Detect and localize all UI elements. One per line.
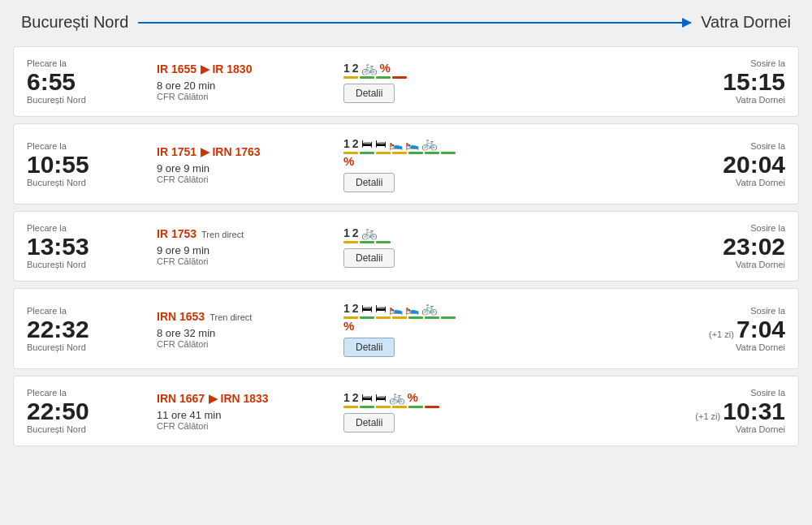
arrival-info: 20:04 bbox=[680, 151, 785, 178]
departure-col: Plecare la 6:55 București Nord bbox=[27, 58, 157, 105]
train-numbers: IR 1751 ▶ IRN 1763 bbox=[157, 144, 335, 159]
departure-time: 10:55 bbox=[27, 151, 157, 178]
train-card-5: Plecare la 22:50 București Nord IRN 1667… bbox=[13, 376, 799, 446]
train-arrow: ▶ bbox=[201, 62, 213, 75]
percent-icon: % bbox=[380, 61, 391, 75]
arrival-col: Sosire la 23:02 Vatra Dornei bbox=[680, 223, 785, 269]
icons-col: 12🚲% Detalii bbox=[335, 60, 680, 103]
train-number-first: IR 1751 bbox=[157, 145, 197, 158]
percent-icon: % bbox=[343, 319, 354, 333]
route-header: București Nord Vatra Dornei bbox=[13, 13, 799, 32]
departure-station: București Nord bbox=[27, 424, 157, 434]
arrival-label: Sosire la bbox=[680, 141, 785, 151]
arrival-time: 23:02 bbox=[723, 233, 785, 260]
arrival-col: Sosire la 15:15 Vatra Dornei bbox=[680, 58, 785, 105]
arrival-station: Vatra Dornei bbox=[680, 342, 785, 352]
class-2-badge: 2 bbox=[352, 226, 359, 239]
icons-underline bbox=[343, 152, 456, 154]
train-card-1: Plecare la 6:55 București Nord IR 1655 ▶… bbox=[13, 46, 799, 117]
departure-label: Plecare la bbox=[27, 141, 157, 151]
class-1-badge: 1 bbox=[343, 226, 350, 239]
arrival-label: Sosire la bbox=[680, 388, 785, 398]
icons-col: 12🚲 Detalii bbox=[335, 225, 680, 268]
train-info-col: IR 1753Tren direct 9 ore 9 min CFR Călăt… bbox=[157, 226, 335, 266]
couchette-icon: 🛏 bbox=[361, 137, 373, 150]
arrival-station: Vatra Dornei bbox=[680, 260, 785, 269]
couchette-icon: 🛏 bbox=[361, 391, 373, 404]
arrival-col: Sosire la 20:04 Vatra Dornei bbox=[680, 141, 785, 187]
couchette2-icon: 🛏 bbox=[375, 391, 387, 404]
train-number: IR 1753 bbox=[157, 227, 197, 240]
direct-label: Tren direct bbox=[201, 230, 244, 239]
couchette2-icon: 🛏 bbox=[375, 302, 387, 315]
arrival-info: (+1 zi) 10:31 bbox=[680, 398, 785, 424]
class-1-badge: 1 bbox=[343, 391, 350, 404]
duration: 9 ore 9 min bbox=[157, 162, 335, 174]
departure-col: Plecare la 13:53 București Nord bbox=[27, 223, 157, 269]
class-1-badge: 1 bbox=[343, 62, 350, 75]
couchette-icon: 🛏 bbox=[361, 302, 373, 315]
arrival-station: Vatra Dornei bbox=[680, 424, 785, 434]
operator: CFR Călători bbox=[157, 421, 335, 431]
train-numbers: IRN 1653Tren direct bbox=[157, 309, 335, 324]
train-arrow: ▶ bbox=[201, 145, 213, 158]
operator: CFR Călători bbox=[157, 174, 335, 184]
detalii-button[interactable]: Detalii bbox=[343, 84, 395, 103]
departure-time: 22:32 bbox=[27, 316, 157, 342]
icons-col: 12🛏🛏🛌🛌🚲% Detalii bbox=[335, 300, 680, 357]
departure-label: Plecare la bbox=[27, 388, 157, 398]
departure-time: 13:53 bbox=[27, 233, 157, 260]
train-number-first: IR 1655 bbox=[157, 62, 197, 75]
train-numbers: IR 1655 ▶ IR 1830 bbox=[157, 62, 335, 76]
arrival-time: 10:31 bbox=[723, 398, 785, 424]
departure-station: București Nord bbox=[27, 342, 157, 352]
departure-time: 6:55 bbox=[27, 68, 157, 95]
train-info-col: IRN 1653Tren direct 8 ore 32 min CFR Căl… bbox=[157, 309, 335, 349]
train-number-first: IRN 1667 bbox=[157, 392, 205, 405]
icons-col: 12🛏🛏🛌🛌🚲% Detalii bbox=[335, 136, 680, 192]
bike-icon: 🚲 bbox=[361, 60, 378, 75]
icons-underline bbox=[343, 316, 456, 319]
duration: 8 ore 20 min bbox=[157, 80, 335, 92]
icons-underline bbox=[343, 241, 391, 243]
duration: 11 ore 41 min bbox=[157, 409, 335, 421]
train-numbers: IR 1753Tren direct bbox=[157, 226, 335, 241]
train-card-2: Plecare la 10:55 București Nord IR 1751 … bbox=[13, 123, 799, 204]
route-to: Vatra Dornei bbox=[701, 13, 791, 32]
icons-underline bbox=[343, 76, 407, 79]
bike-icon: 🚲 bbox=[421, 300, 438, 316]
arrival-label: Sosire la bbox=[680, 223, 785, 233]
departure-label: Plecare la bbox=[27, 306, 157, 316]
bike-icon: 🚲 bbox=[361, 225, 378, 240]
operator: CFR Călători bbox=[157, 92, 335, 101]
departure-col: Plecare la 22:50 București Nord bbox=[27, 388, 157, 434]
departure-col: Plecare la 22:32 București Nord bbox=[27, 306, 157, 352]
train-info-col: IRN 1667 ▶ IRN 1833 11 ore 41 min CFR Că… bbox=[157, 391, 335, 431]
next-day-label: (+1 zi) bbox=[695, 411, 723, 421]
bed-icon: 🛌 bbox=[389, 137, 403, 150]
train-card-4: Plecare la 22:32 București Nord IRN 1653… bbox=[13, 288, 799, 369]
next-day-label: (+1 zi) bbox=[709, 329, 736, 339]
detalii-button[interactable]: Detalii bbox=[343, 248, 395, 268]
arrival-station: Vatra Dornei bbox=[680, 95, 785, 105]
departure-label: Plecare la bbox=[27, 223, 157, 233]
percent-icon: % bbox=[408, 390, 418, 404]
train-card-3: Plecare la 13:53 București Nord IR 1753T… bbox=[13, 211, 799, 282]
direct-label: Tren direct bbox=[209, 312, 252, 322]
arrival-info: (+1 zi) 7:04 bbox=[680, 316, 785, 342]
departure-label: Plecare la bbox=[27, 58, 157, 68]
arrival-time: 20:04 bbox=[723, 151, 785, 178]
detalii-button[interactable]: Detalii bbox=[343, 413, 395, 432]
detalii-button[interactable]: Detalii bbox=[343, 173, 395, 192]
percent-icon: % bbox=[343, 154, 354, 168]
departure-col: Plecare la 10:55 București Nord bbox=[27, 141, 157, 187]
class-1-badge: 1 bbox=[343, 302, 350, 315]
detalii-button[interactable]: Detalii bbox=[343, 338, 395, 357]
bed2-icon: 🛌 bbox=[405, 137, 419, 150]
class-2-badge: 2 bbox=[352, 137, 359, 150]
trains-list: Plecare la 6:55 București Nord IR 1655 ▶… bbox=[13, 46, 799, 446]
train-info-col: IR 1751 ▶ IRN 1763 9 ore 9 min CFR Călăt… bbox=[157, 144, 335, 184]
duration: 9 ore 9 min bbox=[157, 244, 335, 256]
bike-icon: 🚲 bbox=[389, 389, 405, 405]
bike-icon: 🚲 bbox=[421, 136, 438, 151]
